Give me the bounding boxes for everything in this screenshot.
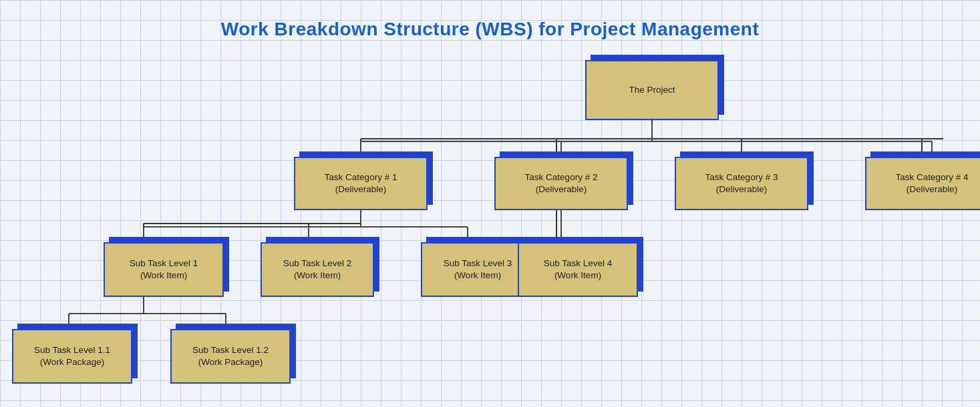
node-sub2: Sub Task Level 2 (Work Item) [261, 242, 374, 297]
node-sub3-label: Sub Task Level 3 [444, 258, 512, 270]
node-pkg2-label: Sub Task Level 1.2 [192, 344, 269, 356]
node-pkg2: Sub Task Level 1.2 (Work Package) [170, 329, 291, 384]
node-pkg1-sub: (Work Package) [40, 356, 105, 368]
node-sub3-sub: (Work Item) [454, 270, 501, 282]
node-root-label: The Project [629, 84, 675, 96]
node-cat3-label: Task Category # 3 [705, 171, 778, 183]
node-cat4-label: Task Category # 4 [896, 171, 969, 183]
node-sub4-sub: (Work Item) [554, 270, 601, 282]
node-sub4: Sub Task Level 4 (Work Item) [518, 242, 638, 297]
node-root: The Project [585, 60, 719, 120]
node-sub1-label: Sub Task Level 1 [130, 258, 198, 270]
node-pkg2-sub: (Work Package) [198, 356, 263, 368]
page-title: Work Breakdown Structure (WBS) for Proje… [0, 0, 980, 53]
node-cat1: Task Category # 1 (Deliverable) [294, 157, 428, 210]
connector-lines [0, 53, 980, 400]
node-pkg1: Sub Task Level 1.1 (Work Package) [12, 329, 132, 384]
node-sub1: Sub Task Level 1 (Work Item) [104, 242, 224, 297]
wbs-connectors [0, 53, 980, 400]
wbs-diagram: The Project Task Category # 1 (Deliverab… [0, 53, 980, 400]
node-sub1-sub: (Work Item) [140, 270, 187, 282]
node-sub2-sub: (Work Item) [294, 270, 341, 282]
node-cat2-sub: (Deliverable) [536, 183, 587, 195]
node-cat1-label: Task Category # 1 [325, 171, 397, 183]
node-sub2-label: Sub Task Level 2 [283, 258, 352, 270]
node-cat2: Task Category # 2 (Deliverable) [494, 157, 628, 210]
node-pkg1-label: Sub Task Level 1.1 [34, 344, 110, 356]
node-cat1-sub: (Deliverable) [335, 183, 387, 195]
node-cat3-sub: (Deliverable) [716, 183, 768, 195]
node-cat3: Task Category # 3 (Deliverable) [675, 157, 808, 210]
node-sub4-label: Sub Task Level 4 [544, 258, 613, 270]
node-cat2-label: Task Category # 2 [525, 171, 598, 183]
node-cat4-sub: (Deliverable) [907, 183, 958, 195]
node-cat4: Task Category # 4 (Deliverable) [865, 157, 980, 210]
